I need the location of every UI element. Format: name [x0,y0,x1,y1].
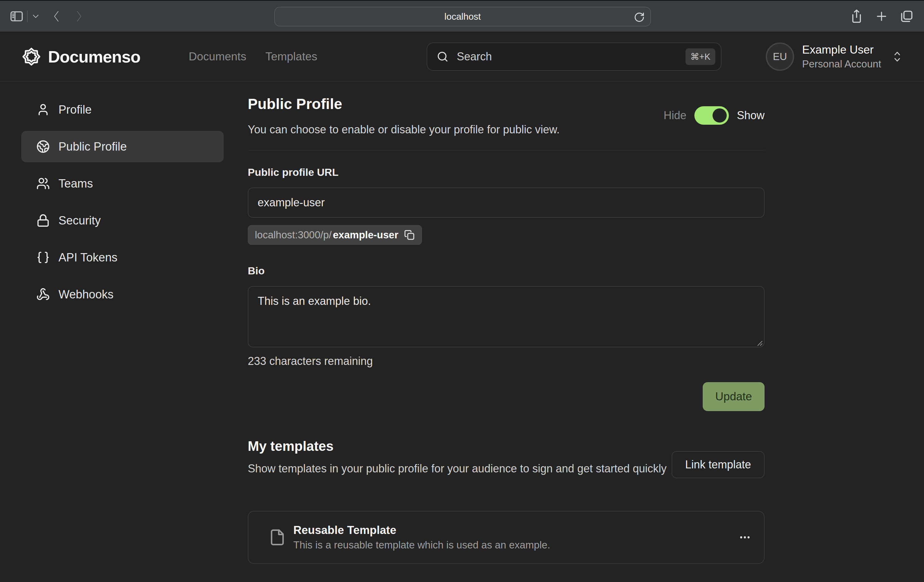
documenso-logo-icon [22,48,41,66]
sidebar-item-api-tokens[interactable]: API Tokens [21,242,224,273]
my-templates-title: My templates [248,438,334,454]
template-name: Reusable Template [293,524,550,537]
sidebar-chevron-down-icon[interactable] [32,14,40,19]
main-nav: Documents Templates [189,32,317,81]
search-input[interactable] [456,50,685,63]
reload-icon[interactable] [634,12,645,23]
forward-button-icon[interactable] [74,10,84,23]
hide-label: Hide [663,109,686,122]
brand[interactable]: Documenso [22,32,140,81]
characters-remaining: 233 characters remaining [248,355,373,368]
profile-visibility-toggle[interactable] [695,106,729,125]
file-icon [269,529,286,546]
visibility-toggle-row: Hide Show [663,106,764,125]
textarea-resize-handle[interactable] [756,339,763,346]
chevrons-up-down-icon [892,50,903,63]
browser-window: localhost Documen [0,0,924,582]
sidebar-item-label: API Tokens [58,251,117,264]
template-description: This is a reusable template which is use… [293,539,550,551]
user-menu[interactable]: EU Example User Personal Account [766,43,903,71]
globe-icon [36,140,50,153]
search-shortcut-badge: ⌘+K [685,48,715,65]
page-subtitle: You can choose to enable or disable your… [248,123,559,136]
user-account-type: Personal Account [802,58,881,70]
sidebar-item-webhooks[interactable]: Webhooks [21,279,224,310]
link-template-button[interactable]: Link template [672,451,764,478]
sidebar-item-teams[interactable]: Teams [21,168,224,199]
browser-toolbar: localhost [0,0,924,32]
search-bar[interactable]: ⌘+K [427,43,721,71]
new-tab-icon[interactable] [875,10,888,23]
sidebar-item-public-profile[interactable]: Public Profile [21,131,224,162]
nav-templates[interactable]: Templates [265,50,317,63]
user-name: Example User [802,43,881,57]
bio-field-label: Bio [248,265,265,277]
sidebar-item-label: Teams [58,177,93,190]
sidebar-item-profile[interactable]: Profile [21,94,224,125]
ellipsis-menu-icon[interactable] [738,530,752,545]
bio-textarea[interactable]: This is an example bio. [248,286,764,347]
toolbar-divider [27,10,28,22]
template-card[interactable]: Reusable Template This is a reusable tem… [248,511,764,564]
avatar: EU [766,43,794,71]
braces-icon [36,251,50,264]
sidebar-toggle-icon[interactable] [10,10,23,23]
profile-url-slug: example-user [333,229,399,241]
search-icon [436,51,449,63]
sidebar-item-label: Webhooks [58,288,114,301]
toggle-knob [713,108,727,122]
settings-sidebar: Profile Public Profile Teams Security AP… [21,94,224,316]
app-header: Documenso Documents Templates ⌘+K EU Exa… [0,32,924,82]
show-label: Show [737,109,764,122]
user-icon [36,103,50,116]
sidebar-item-label: Security [58,214,101,227]
sidebar-item-label: Public Profile [58,140,127,153]
page-title: Public Profile [248,96,342,112]
address-bar[interactable]: localhost [274,7,651,26]
copy-icon[interactable] [404,230,415,240]
back-button-icon[interactable] [52,10,61,23]
url-field-label: Public profile URL [248,166,338,178]
profile-url-prefix: localhost:3000/p/ [255,229,332,241]
lock-icon [36,214,50,227]
address-bar-url: localhost [444,12,481,22]
sidebar-item-label: Profile [58,103,92,116]
profile-url-preview-chip[interactable]: localhost:3000/p/ example-user [248,225,422,245]
update-button[interactable]: Update [703,382,764,411]
brand-name: Documenso [48,47,140,66]
section-divider [248,150,764,150]
tab-overview-icon[interactable] [900,10,914,23]
avatar-initials: EU [773,51,787,63]
sidebar-item-security[interactable]: Security [21,205,224,236]
webhook-icon [36,288,50,301]
nav-documents[interactable]: Documents [189,50,246,63]
public-profile-url-input[interactable] [248,187,764,218]
my-templates-description: Show templates in your public profile fo… [248,461,679,477]
users-icon [36,177,50,190]
share-icon[interactable] [850,9,863,24]
